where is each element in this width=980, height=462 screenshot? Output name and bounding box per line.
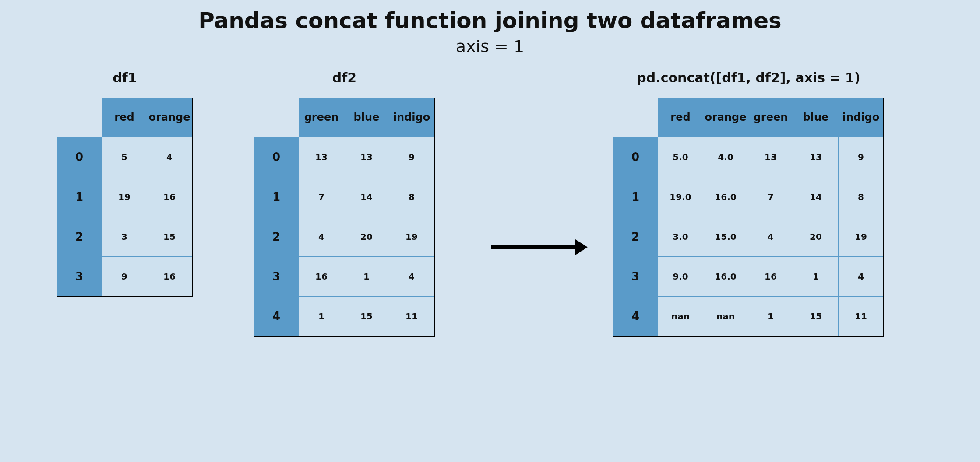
df1-col-1: orange	[147, 98, 193, 137]
result-row-2: 2	[613, 217, 658, 257]
df2-cell: 7	[299, 177, 344, 217]
result-row-1: 1	[613, 177, 658, 217]
result-corner	[613, 98, 658, 137]
df2-row-2: 2	[254, 217, 299, 257]
df2-cell: 11	[389, 297, 435, 337]
df1-cell: 3	[102, 217, 147, 257]
result-cell: 9.0	[658, 257, 703, 297]
df2-cell: 4	[299, 217, 344, 257]
result-row-3: 3	[613, 257, 658, 297]
df1-cell: 9	[102, 257, 147, 297]
df2-row-1: 1	[254, 177, 299, 217]
panel-df1: df1 red orange 0 5 4 1 19 16 2 3 15	[57, 70, 193, 297]
result-cell: 11	[839, 297, 884, 337]
result-cell: 1	[793, 257, 839, 297]
df1-cell: 16	[147, 177, 193, 217]
result-cell: 13	[748, 137, 793, 177]
result-cell: 14	[793, 177, 839, 217]
result-cell: 15.0	[703, 217, 748, 257]
df2-col-0: green	[299, 98, 344, 137]
df2-col-2: indigo	[389, 98, 435, 137]
result-table: red orange green blue indigo 0 5.0 4.0 1…	[613, 98, 884, 337]
df1-caption: df1	[113, 70, 137, 85]
result-cell: 19.0	[658, 177, 703, 217]
df2-cell: 8	[389, 177, 435, 217]
result-cell: 15	[793, 297, 839, 337]
df2-cell: 15	[344, 297, 389, 337]
panel-df2: df2 green blue indigo 0 13 13 9 1 7 14 8	[254, 70, 435, 337]
df2-row-4: 4	[254, 297, 299, 337]
result-cell: 13	[793, 137, 839, 177]
result-cell: 1	[748, 297, 793, 337]
result-col-2: green	[748, 98, 793, 137]
df1-row-2: 2	[57, 217, 102, 257]
df2-cell: 1	[299, 297, 344, 337]
result-row-0: 0	[613, 137, 658, 177]
df2-cell: 20	[344, 217, 389, 257]
df1-cell: 4	[147, 137, 193, 177]
df1-row-3: 3	[57, 257, 102, 297]
result-cell: 3.0	[658, 217, 703, 257]
result-cell: 9	[839, 137, 884, 177]
df2-cell: 13	[344, 137, 389, 177]
arrow-icon	[491, 241, 588, 254]
result-col-1: orange	[703, 98, 748, 137]
df1-row-1: 1	[57, 177, 102, 217]
result-cell: 16.0	[703, 257, 748, 297]
result-col-0: red	[658, 98, 703, 137]
df1-corner	[57, 98, 102, 137]
df2-corner	[254, 98, 299, 137]
result-cell: 4	[839, 257, 884, 297]
df1-table: red orange 0 5 4 1 19 16 2 3 15 3 9 16	[57, 98, 193, 297]
df1-cell: 5	[102, 137, 147, 177]
df1-col-0: red	[102, 98, 147, 137]
result-cell: 19	[839, 217, 884, 257]
df1-row-0: 0	[57, 137, 102, 177]
df2-caption: df2	[332, 70, 356, 85]
result-col-3: blue	[793, 98, 839, 137]
df2-cell: 1	[344, 257, 389, 297]
result-cell: nan	[703, 297, 748, 337]
df1-cell: 15	[147, 217, 193, 257]
page-title: Pandas concat function joining two dataf…	[0, 0, 980, 33]
df2-cell: 9	[389, 137, 435, 177]
result-cell: nan	[658, 297, 703, 337]
df2-cell: 19	[389, 217, 435, 257]
df2-col-1: blue	[344, 98, 389, 137]
panel-result: pd.concat([df1, df2], axis = 1) red oran…	[613, 70, 884, 337]
result-cell: 16	[748, 257, 793, 297]
result-cell: 20	[793, 217, 839, 257]
df2-cell: 13	[299, 137, 344, 177]
df2-row-0: 0	[254, 137, 299, 177]
result-cell: 4.0	[703, 137, 748, 177]
result-cell: 8	[839, 177, 884, 217]
result-caption: pd.concat([df1, df2], axis = 1)	[637, 70, 860, 85]
result-cell: 4	[748, 217, 793, 257]
df2-cell: 4	[389, 257, 435, 297]
result-cell: 5.0	[658, 137, 703, 177]
page-subtitle: axis = 1	[0, 37, 980, 56]
df2-cell: 14	[344, 177, 389, 217]
result-cell: 16.0	[703, 177, 748, 217]
df2-table: green blue indigo 0 13 13 9 1 7 14 8 2 4…	[254, 98, 435, 337]
df1-cell: 16	[147, 257, 193, 297]
result-row-4: 4	[613, 297, 658, 337]
df1-cell: 19	[102, 177, 147, 217]
result-col-4: indigo	[839, 98, 884, 137]
df2-row-3: 3	[254, 257, 299, 297]
df2-cell: 16	[299, 257, 344, 297]
result-cell: 7	[748, 177, 793, 217]
